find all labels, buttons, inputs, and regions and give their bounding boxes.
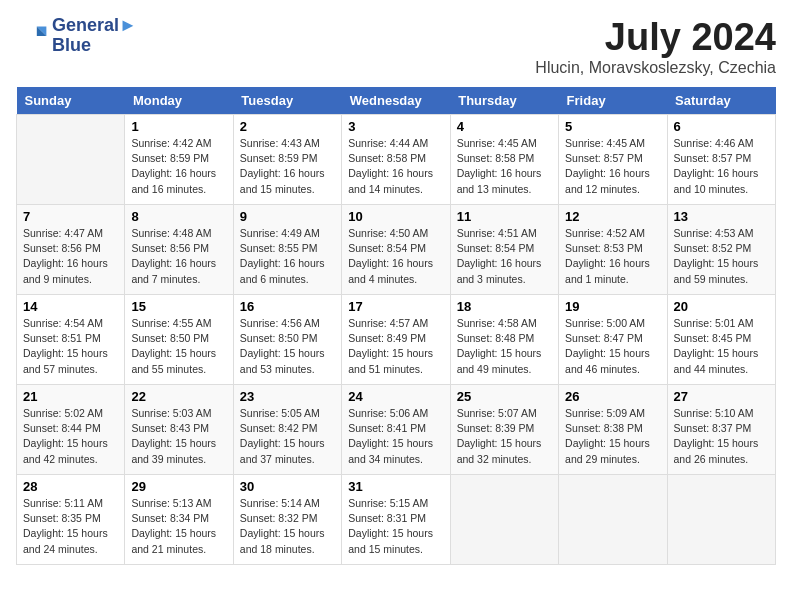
day-number: 16 [240,299,335,314]
day-number: 5 [565,119,660,134]
day-number: 9 [240,209,335,224]
day-info: Sunrise: 5:07 AMSunset: 8:39 PMDaylight:… [457,406,552,467]
calendar-cell: 28Sunrise: 5:11 AMSunset: 8:35 PMDayligh… [17,475,125,565]
day-info: Sunrise: 4:50 AMSunset: 8:54 PMDaylight:… [348,226,443,287]
day-number: 31 [348,479,443,494]
day-number: 22 [131,389,226,404]
calendar-cell: 18Sunrise: 4:58 AMSunset: 8:48 PMDayligh… [450,295,558,385]
day-number: 8 [131,209,226,224]
day-number: 26 [565,389,660,404]
day-number: 11 [457,209,552,224]
day-number: 4 [457,119,552,134]
day-info: Sunrise: 4:53 AMSunset: 8:52 PMDaylight:… [674,226,769,287]
day-number: 27 [674,389,769,404]
calendar-cell: 8Sunrise: 4:48 AMSunset: 8:56 PMDaylight… [125,205,233,295]
calendar-cell: 3Sunrise: 4:44 AMSunset: 8:58 PMDaylight… [342,115,450,205]
calendar-cell: 24Sunrise: 5:06 AMSunset: 8:41 PMDayligh… [342,385,450,475]
day-info: Sunrise: 5:05 AMSunset: 8:42 PMDaylight:… [240,406,335,467]
week-row-3: 14Sunrise: 4:54 AMSunset: 8:51 PMDayligh… [17,295,776,385]
weekday-header-tuesday: Tuesday [233,87,341,115]
location-subtitle: Hlucin, Moravskoslezsky, Czechia [535,59,776,77]
logo-text: General► Blue [52,16,137,56]
calendar-cell [667,475,775,565]
day-number: 3 [348,119,443,134]
calendar-cell: 20Sunrise: 5:01 AMSunset: 8:45 PMDayligh… [667,295,775,385]
day-info: Sunrise: 4:47 AMSunset: 8:56 PMDaylight:… [23,226,118,287]
calendar-cell: 15Sunrise: 4:55 AMSunset: 8:50 PMDayligh… [125,295,233,385]
day-number: 23 [240,389,335,404]
calendar-cell: 22Sunrise: 5:03 AMSunset: 8:43 PMDayligh… [125,385,233,475]
day-info: Sunrise: 5:09 AMSunset: 8:38 PMDaylight:… [565,406,660,467]
calendar-cell: 17Sunrise: 4:57 AMSunset: 8:49 PMDayligh… [342,295,450,385]
day-info: Sunrise: 4:54 AMSunset: 8:51 PMDaylight:… [23,316,118,377]
day-number: 20 [674,299,769,314]
day-number: 19 [565,299,660,314]
day-info: Sunrise: 5:14 AMSunset: 8:32 PMDaylight:… [240,496,335,557]
day-info: Sunrise: 5:13 AMSunset: 8:34 PMDaylight:… [131,496,226,557]
calendar-cell: 31Sunrise: 5:15 AMSunset: 8:31 PMDayligh… [342,475,450,565]
calendar-cell: 4Sunrise: 4:45 AMSunset: 8:58 PMDaylight… [450,115,558,205]
weekday-header-wednesday: Wednesday [342,87,450,115]
day-info: Sunrise: 4:56 AMSunset: 8:50 PMDaylight:… [240,316,335,377]
day-number: 24 [348,389,443,404]
calendar-cell: 27Sunrise: 5:10 AMSunset: 8:37 PMDayligh… [667,385,775,475]
day-info: Sunrise: 4:51 AMSunset: 8:54 PMDaylight:… [457,226,552,287]
week-row-4: 21Sunrise: 5:02 AMSunset: 8:44 PMDayligh… [17,385,776,475]
day-info: Sunrise: 5:00 AMSunset: 8:47 PMDaylight:… [565,316,660,377]
day-info: Sunrise: 4:46 AMSunset: 8:57 PMDaylight:… [674,136,769,197]
calendar-table: SundayMondayTuesdayWednesdayThursdayFrid… [16,87,776,565]
weekday-header-friday: Friday [559,87,667,115]
calendar-cell: 30Sunrise: 5:14 AMSunset: 8:32 PMDayligh… [233,475,341,565]
day-info: Sunrise: 4:48 AMSunset: 8:56 PMDaylight:… [131,226,226,287]
calendar-cell: 5Sunrise: 4:45 AMSunset: 8:57 PMDaylight… [559,115,667,205]
day-info: Sunrise: 4:42 AMSunset: 8:59 PMDaylight:… [131,136,226,197]
calendar-cell: 2Sunrise: 4:43 AMSunset: 8:59 PMDaylight… [233,115,341,205]
day-info: Sunrise: 4:43 AMSunset: 8:59 PMDaylight:… [240,136,335,197]
calendar-cell: 16Sunrise: 4:56 AMSunset: 8:50 PMDayligh… [233,295,341,385]
day-number: 29 [131,479,226,494]
day-number: 1 [131,119,226,134]
day-info: Sunrise: 5:06 AMSunset: 8:41 PMDaylight:… [348,406,443,467]
calendar-cell [17,115,125,205]
calendar-cell: 1Sunrise: 4:42 AMSunset: 8:59 PMDaylight… [125,115,233,205]
calendar-cell: 14Sunrise: 4:54 AMSunset: 8:51 PMDayligh… [17,295,125,385]
week-row-1: 1Sunrise: 4:42 AMSunset: 8:59 PMDaylight… [17,115,776,205]
day-number: 12 [565,209,660,224]
calendar-cell: 9Sunrise: 4:49 AMSunset: 8:55 PMDaylight… [233,205,341,295]
weekday-header-thursday: Thursday [450,87,558,115]
weekday-header-sunday: Sunday [17,87,125,115]
day-number: 17 [348,299,443,314]
day-info: Sunrise: 5:11 AMSunset: 8:35 PMDaylight:… [23,496,118,557]
day-number: 30 [240,479,335,494]
calendar-cell: 29Sunrise: 5:13 AMSunset: 8:34 PMDayligh… [125,475,233,565]
logo: General► Blue [16,16,137,56]
day-number: 10 [348,209,443,224]
day-number: 6 [674,119,769,134]
day-info: Sunrise: 4:45 AMSunset: 8:58 PMDaylight:… [457,136,552,197]
day-info: Sunrise: 4:55 AMSunset: 8:50 PMDaylight:… [131,316,226,377]
weekday-header-monday: Monday [125,87,233,115]
weekday-header-row: SundayMondayTuesdayWednesdayThursdayFrid… [17,87,776,115]
day-number: 18 [457,299,552,314]
day-info: Sunrise: 4:57 AMSunset: 8:49 PMDaylight:… [348,316,443,377]
day-info: Sunrise: 5:02 AMSunset: 8:44 PMDaylight:… [23,406,118,467]
calendar-cell: 11Sunrise: 4:51 AMSunset: 8:54 PMDayligh… [450,205,558,295]
weekday-header-saturday: Saturday [667,87,775,115]
week-row-5: 28Sunrise: 5:11 AMSunset: 8:35 PMDayligh… [17,475,776,565]
calendar-cell: 26Sunrise: 5:09 AMSunset: 8:38 PMDayligh… [559,385,667,475]
title-block: July 2024 Hlucin, Moravskoslezsky, Czech… [535,16,776,77]
calendar-cell: 12Sunrise: 4:52 AMSunset: 8:53 PMDayligh… [559,205,667,295]
calendar-cell [559,475,667,565]
calendar-cell: 13Sunrise: 4:53 AMSunset: 8:52 PMDayligh… [667,205,775,295]
calendar-cell: 25Sunrise: 5:07 AMSunset: 8:39 PMDayligh… [450,385,558,475]
day-info: Sunrise: 5:10 AMSunset: 8:37 PMDaylight:… [674,406,769,467]
day-number: 15 [131,299,226,314]
day-number: 7 [23,209,118,224]
calendar-cell: 23Sunrise: 5:05 AMSunset: 8:42 PMDayligh… [233,385,341,475]
page-header: General► Blue July 2024 Hlucin, Moravsko… [16,16,776,77]
day-info: Sunrise: 4:58 AMSunset: 8:48 PMDaylight:… [457,316,552,377]
day-number: 25 [457,389,552,404]
calendar-cell: 6Sunrise: 4:46 AMSunset: 8:57 PMDaylight… [667,115,775,205]
calendar-cell: 7Sunrise: 4:47 AMSunset: 8:56 PMDaylight… [17,205,125,295]
calendar-cell: 19Sunrise: 5:00 AMSunset: 8:47 PMDayligh… [559,295,667,385]
